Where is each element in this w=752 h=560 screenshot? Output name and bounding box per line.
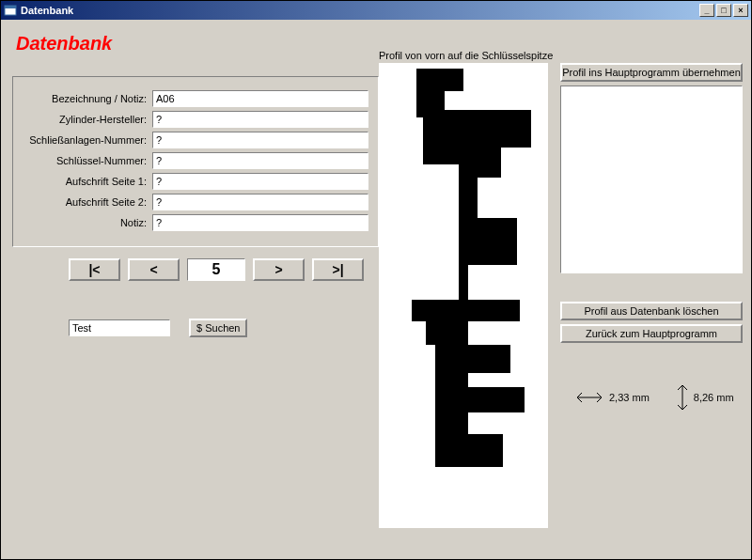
close-button[interactable]: × [733, 4, 748, 17]
nav-last-button[interactable]: >| [312, 258, 364, 281]
key-profile-shape-icon [379, 63, 548, 528]
horizontal-arrow-icon [574, 391, 604, 404]
height-dimension: 8,26 mm [676, 382, 734, 412]
label-schluessel: Schlüssel-Nummer: [23, 155, 152, 166]
input-schluessel[interactable] [152, 152, 368, 169]
client-area: Datenbank Bezeichnung / Notiz: Zylinder-… [1, 20, 751, 559]
input-bez[interactable] [152, 90, 368, 107]
search-button[interactable]: $ Suchen [189, 319, 247, 337]
input-notiz[interactable] [152, 214, 368, 231]
minimize-button[interactable]: _ [699, 4, 714, 17]
titlebar: Datenbank _ □ × [1, 1, 751, 20]
right-panel: Profil ins Hauptprogramm übernehmen Prof… [560, 63, 743, 347]
key-profile-image [379, 63, 548, 528]
nav-current-record: 5 [187, 258, 245, 281]
label-seite1: Aufschrift Seite 1: [23, 176, 152, 187]
label-anlagen: Schließanlagen-Nummer: [23, 134, 152, 146]
width-value: 2,33 mm [609, 392, 650, 403]
search-row: $ Suchen [69, 319, 247, 337]
nav-next-button[interactable]: > [253, 258, 305, 281]
record-form: Bezeichnung / Notiz: Zylinder-Hersteller… [12, 76, 379, 247]
nav-prev-button[interactable]: < [128, 258, 180, 281]
back-button[interactable]: Zurück zum Hauptprogramm [560, 324, 743, 343]
input-seite1[interactable] [152, 173, 368, 190]
input-seite2[interactable] [152, 194, 368, 210]
input-hersteller[interactable] [152, 111, 368, 128]
nav-first-button[interactable]: |< [69, 258, 120, 281]
delete-profile-button[interactable]: Profil aus Datenbank löschen [560, 302, 743, 320]
search-input[interactable] [69, 319, 170, 336]
dimensions-readout: 2,33 mm 8,26 mm [574, 382, 734, 412]
label-hersteller: Zylinder-Hersteller: [23, 114, 152, 125]
maximize-button[interactable]: □ [716, 4, 731, 17]
width-dimension: 2,33 mm [574, 391, 650, 404]
app-window: Datenbank _ □ × Datenbank Bezeichnung / … [0, 0, 752, 560]
preview-box [560, 86, 743, 273]
vertical-arrow-icon [676, 382, 689, 412]
profile-caption: Profil von vorn auf die Schlüsselspitze [379, 50, 553, 61]
input-anlagen[interactable] [152, 132, 368, 148]
label-bez: Bezeichnung / Notiz: [23, 93, 152, 104]
record-navigator: |< < 5 > >| [69, 258, 364, 281]
label-seite2: Aufschrift Seite 2: [23, 196, 152, 208]
window-title: Datenbank [21, 5, 699, 16]
apply-profile-button[interactable]: Profil ins Hauptprogramm übernehmen [560, 63, 743, 82]
app-icon [4, 4, 17, 17]
height-value: 8,26 mm [694, 392, 734, 403]
label-notiz: Notiz: [23, 217, 152, 228]
svg-rect-1 [5, 6, 16, 8]
titlebar-controls: _ □ × [699, 4, 748, 17]
